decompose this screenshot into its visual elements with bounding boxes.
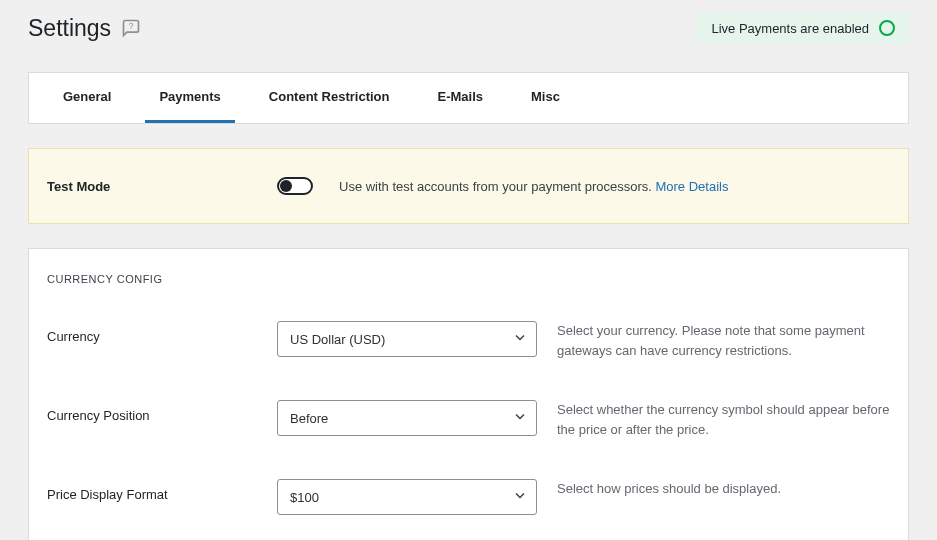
chevron-down-icon [514, 490, 526, 505]
currency-help: Select your currency. Please note that s… [557, 321, 890, 360]
currency-label: Currency [47, 321, 277, 344]
price-format-select[interactable]: $100 [277, 479, 537, 515]
tab-content-restriction[interactable]: Content Restriction [255, 73, 404, 123]
live-badge-label: Live Payments are enabled [711, 21, 869, 36]
circle-icon [879, 20, 895, 36]
price-format-row: Price Display Format $100 Select how pri… [47, 479, 890, 515]
test-mode-desc-text: Use with test accounts from your payment… [339, 179, 655, 194]
page-title: Settings [28, 15, 111, 42]
test-mode-label: Test Mode [47, 179, 277, 194]
more-details-link[interactable]: More Details [655, 179, 728, 194]
currency-select-value: US Dollar (USD) [290, 332, 385, 347]
price-format-help: Select how prices should be displayed. [557, 479, 890, 499]
currency-position-label: Currency Position [47, 400, 277, 423]
test-mode-panel: Test Mode Use with test accounts from yo… [28, 148, 909, 224]
live-payments-badge: Live Payments are enabled [697, 12, 909, 44]
price-format-label: Price Display Format [47, 479, 277, 502]
currency-position-value: Before [290, 411, 328, 426]
svg-text:?: ? [129, 21, 134, 31]
currency-config-heading: CURRENCY CONFIG [47, 273, 890, 285]
toggle-knob [280, 180, 292, 192]
tabs-container: General Payments Content Restriction E-M… [28, 72, 909, 124]
price-format-value: $100 [290, 490, 319, 505]
chevron-down-icon [514, 332, 526, 347]
help-icon[interactable]: ? [121, 18, 141, 38]
tab-general[interactable]: General [49, 73, 125, 123]
currency-position-row: Currency Position Before Select whether … [47, 400, 890, 439]
currency-row: Currency US Dollar (USD) Select your cur… [47, 321, 890, 360]
currency-position-select[interactable]: Before [277, 400, 537, 436]
tab-payments[interactable]: Payments [145, 73, 234, 123]
test-mode-toggle[interactable] [277, 177, 313, 195]
tab-misc[interactable]: Misc [517, 73, 574, 123]
currency-position-help: Select whether the currency symbol shoul… [557, 400, 890, 439]
test-mode-description: Use with test accounts from your payment… [339, 179, 728, 194]
chevron-down-icon [514, 411, 526, 426]
currency-config-panel: CURRENCY CONFIG Currency US Dollar (USD)… [28, 248, 909, 540]
tab-emails[interactable]: E-Mails [423, 73, 497, 123]
currency-select[interactable]: US Dollar (USD) [277, 321, 537, 357]
